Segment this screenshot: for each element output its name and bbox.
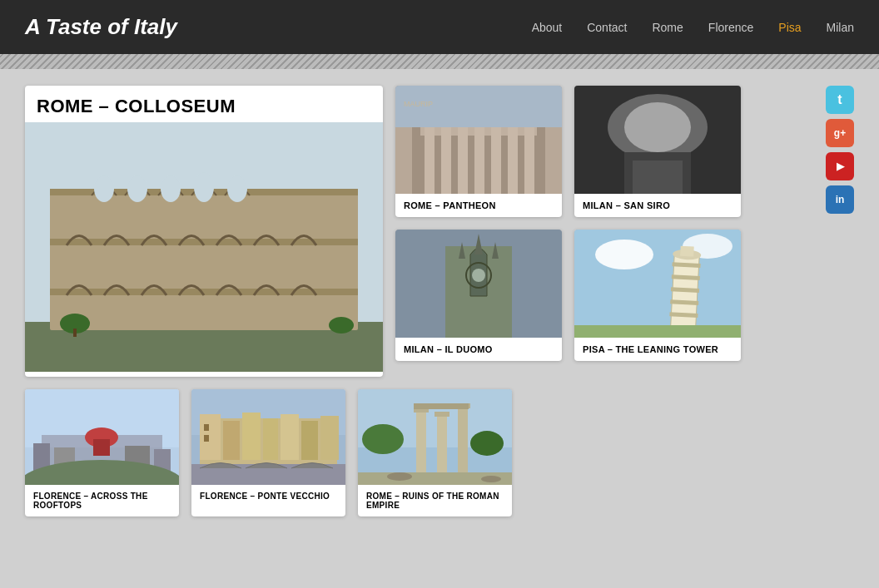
svg-rect-64 — [200, 414, 221, 460]
right-column-grid: MAURIP Rome – Pantheon — [395, 86, 741, 377]
svg-rect-71 — [204, 424, 209, 431]
svg-point-86 — [387, 472, 412, 481]
nav-florence[interactable]: Florence — [708, 21, 753, 34]
svg-point-7 — [127, 175, 147, 202]
nav-rome[interactable]: Rome — [652, 21, 683, 34]
svg-rect-82 — [435, 412, 449, 417]
svg-point-87 — [481, 476, 501, 482]
youtube-icon[interactable]: ▶ — [826, 152, 854, 180]
twitter-icon[interactable]: t — [826, 86, 854, 114]
svg-rect-12 — [73, 329, 77, 337]
svg-rect-31 — [633, 161, 683, 194]
card-rooftops-image — [25, 389, 179, 485]
site-title: A Taste of Italy — [25, 14, 177, 40]
top-row: Rome – Colloseum — [25, 86, 817, 377]
svg-rect-18 — [441, 127, 451, 194]
svg-rect-2 — [50, 189, 358, 330]
card-ruins-image — [358, 389, 512, 485]
svg-rect-69 — [301, 421, 318, 460]
svg-rect-68 — [281, 414, 299, 460]
svg-rect-55 — [93, 439, 110, 456]
card-pantheon-caption: Rome – Pantheon — [395, 194, 562, 217]
svg-rect-70 — [320, 416, 339, 460]
nav-pisa[interactable]: Pisa — [778, 21, 801, 34]
card-duomo-caption: Milan – Il Duomo — [395, 338, 562, 361]
svg-point-77 — [470, 431, 504, 456]
social-sidebar: t g+ ▶ in — [826, 86, 854, 516]
svg-point-8 — [161, 175, 181, 202]
svg-rect-65 — [223, 421, 240, 460]
svg-point-13 — [329, 317, 354, 334]
card-milan-duomo[interactable]: Milan – Il Duomo — [395, 230, 562, 361]
nav-contact[interactable]: Contact — [587, 21, 627, 34]
svg-rect-17 — [425, 127, 435, 194]
header: A Taste of Italy About Contact Rome Flor… — [0, 0, 879, 54]
svg-point-38 — [472, 269, 485, 282]
card-ponte-image — [191, 389, 345, 485]
card-ruins-caption: Rome – Ruins of the Roman Empire — [358, 485, 512, 516]
svg-rect-19 — [458, 127, 468, 194]
svg-rect-23 — [524, 127, 534, 194]
card-san-siro-caption: Milan – San Siro — [574, 194, 741, 217]
svg-point-29 — [624, 102, 691, 152]
subheader-stripe — [0, 54, 879, 69]
linkedin-icon[interactable]: in — [826, 185, 854, 214]
bottom-row: Florence – Across the Rooftops — [25, 389, 817, 516]
nav-milan[interactable]: Milan — [827, 21, 854, 34]
card-colosseum-image — [25, 122, 383, 372]
card-rooftops-caption: Florence – Across the Rooftops — [25, 485, 179, 516]
svg-point-9 — [194, 172, 214, 202]
svg-rect-20 — [474, 127, 484, 194]
svg-rect-49 — [680, 246, 694, 257]
svg-point-76 — [362, 424, 404, 454]
right-row-top: MAURIP Rome – Pantheon — [395, 86, 741, 217]
card-duomo-image — [395, 230, 562, 338]
svg-rect-66 — [242, 413, 261, 460]
card-pisa[interactable]: Pisa – The Leaning Tower — [574, 230, 741, 361]
svg-rect-50 — [574, 325, 741, 338]
googleplus-icon[interactable]: g+ — [826, 119, 854, 147]
card-pisa-image — [574, 230, 741, 338]
card-san-siro-image — [574, 86, 741, 194]
svg-text:MAURIP: MAURIP — [404, 100, 433, 108]
main-content: Rome – Colloseum — [0, 69, 879, 533]
card-pantheon[interactable]: MAURIP Rome – Pantheon — [395, 86, 562, 217]
svg-rect-22 — [508, 127, 518, 194]
card-colosseum-title: Rome – Colloseum — [25, 86, 383, 122]
svg-rect-84 — [414, 403, 469, 409]
card-milan-san-siro[interactable]: Milan – San Siro — [574, 86, 741, 217]
svg-rect-67 — [263, 418, 278, 460]
card-pantheon-image: MAURIP — [395, 86, 562, 194]
svg-rect-72 — [204, 435, 209, 442]
svg-point-10 — [227, 175, 247, 202]
card-rome-ruins[interactable]: Rome – Ruins of the Roman Empire — [358, 389, 512, 516]
gallery-area: Rome – Colloseum — [25, 86, 817, 516]
nav-about[interactable]: About — [532, 21, 563, 34]
card-pisa-caption: Pisa – The Leaning Tower — [574, 338, 741, 361]
svg-point-40 — [595, 240, 653, 269]
card-colosseum[interactable]: Rome – Colloseum — [25, 86, 383, 377]
right-row-bottom: Milan – Il Duomo — [395, 230, 741, 361]
main-nav: About Contact Rome Florence Pisa Milan — [532, 21, 854, 34]
svg-point-6 — [94, 175, 114, 202]
card-florence-ponte[interactable]: Florence – Ponte Vecchio — [191, 389, 345, 516]
card-ponte-caption: Florence – Ponte Vecchio — [191, 485, 345, 507]
svg-rect-21 — [491, 127, 501, 194]
card-florence-rooftops[interactable]: Florence – Across the Rooftops — [25, 389, 179, 516]
